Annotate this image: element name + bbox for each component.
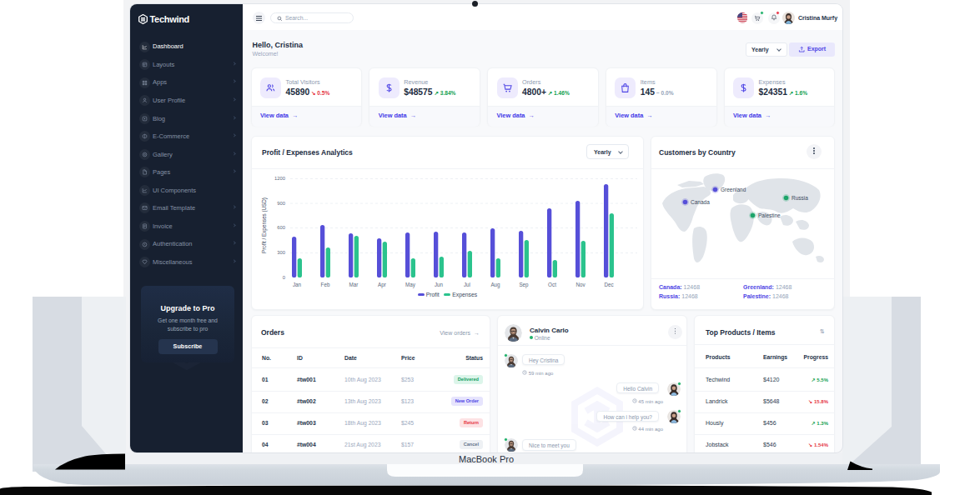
svg-text:Palestine: Palestine	[758, 212, 781, 218]
svg-text:Canada: Canada	[691, 199, 710, 205]
svg-text:Russia: Russia	[792, 195, 808, 201]
svg-text:Greenland: Greenland	[721, 187, 746, 192]
